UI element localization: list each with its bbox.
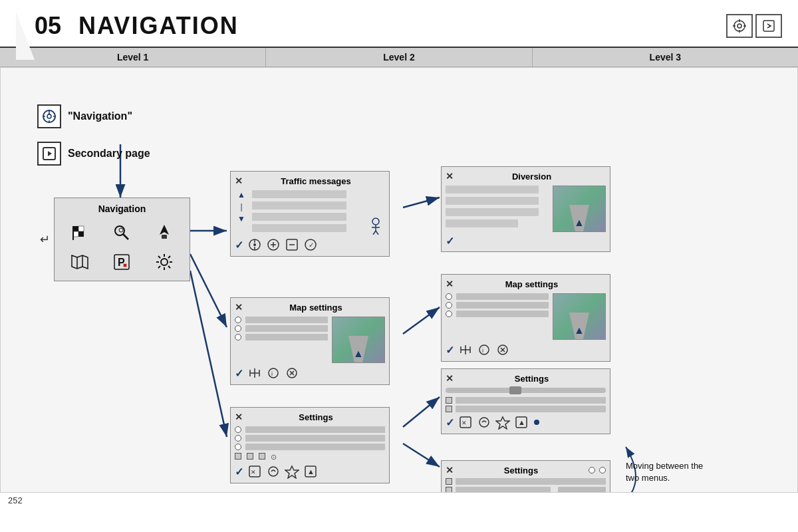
settings-l3b-checks	[446, 478, 606, 493]
settings-l3a-tool1: ✕	[458, 415, 473, 430]
svg-marker-27	[72, 255, 88, 269]
svg-point-34	[161, 259, 168, 265]
map-settings-l2-tool3	[285, 366, 299, 380]
svg-line-42	[158, 266, 160, 268]
settings-gear-icon	[150, 249, 179, 275]
map-settings-l2-content: ▲	[235, 317, 385, 363]
settings-l3a-dialog: ✕ Settings ✓ ✕ ▲	[441, 368, 610, 434]
settings-l3a-title-bar: ✕ Settings	[446, 373, 606, 384]
settings-l2-check: ✓	[235, 466, 243, 478]
chapter-number: 05	[35, 12, 61, 40]
diversion-close[interactable]: ✕	[446, 171, 454, 182]
settings-l3b-title-bar: ✕ Settings	[446, 465, 606, 475]
page-header: 05 NAVIGATION	[0, 0, 798, 48]
column-headers: Level 1 Level 2 Level 3	[0, 48, 798, 67]
nav-label: "Navigation"	[68, 110, 132, 122]
page-title: NAVIGATION	[78, 12, 239, 40]
flag-icon	[65, 219, 94, 246]
map-settings-l3-tool2: i	[477, 342, 491, 357]
nav-item: "Navigation"	[37, 104, 150, 128]
svg-text:✕: ✕	[251, 469, 256, 475]
svg-rect-26	[162, 235, 167, 239]
secondary-page-icon	[755, 14, 782, 38]
svg-point-85	[479, 418, 489, 427]
svg-point-63	[269, 368, 278, 378]
nav-compass-icon	[37, 104, 61, 128]
map-settings-l3-image: ▲	[553, 293, 606, 340]
svg-point-0	[734, 21, 745, 31]
svg-rect-17	[73, 226, 78, 231]
settings-l2-toolbar: ✓ ✕ ▲	[235, 464, 385, 479]
moving-note: Moving between the two menus.	[626, 460, 703, 484]
traffic-title-bar: ✕ Traffic messages	[235, 176, 385, 186]
svg-point-24	[119, 228, 123, 232]
svg-rect-20	[78, 231, 84, 237]
nav-menu-title: Navigation	[60, 203, 184, 214]
col-level3: Level 3	[533, 48, 798, 66]
settings-l3a-tool3	[495, 415, 510, 430]
svg-marker-86	[496, 417, 509, 429]
settings-l2-dialog: ✕ Settings ⊙ ✓ ✕ ▲	[230, 407, 390, 483]
map-settings-l2-dialog: ✕ Map settings ▲ ✓ i	[230, 297, 390, 385]
svg-text:i: i	[271, 370, 273, 377]
settings-l2-close[interactable]: ✕	[235, 412, 243, 422]
settings-l3b-radio-pair	[589, 467, 606, 473]
map-settings-l3-dialog: ✕ Map settings ▲ ✓ i	[441, 274, 610, 362]
svg-point-49	[253, 243, 256, 246]
svg-line-40	[168, 266, 170, 268]
traffic-tool3	[285, 237, 299, 252]
svg-text:i: i	[482, 347, 483, 354]
diversion-title: Diversion	[458, 172, 606, 182]
svg-text:▲: ▲	[518, 418, 525, 426]
settings-l3a-toolbar: ✓ ✕ ▲	[446, 415, 606, 430]
settings-l2-rows	[235, 426, 385, 450]
traffic-rows	[252, 190, 357, 235]
map-icon	[65, 249, 94, 275]
diversion-dialog: ✕ Diversion ▲ ✓	[441, 166, 610, 252]
svg-point-70	[269, 467, 278, 476]
settings-l2-tool3	[285, 464, 299, 479]
diversion-content: ▲	[446, 186, 606, 232]
svg-rect-18	[78, 226, 84, 231]
settings-l3a-dot	[534, 420, 539, 425]
search-icon	[107, 219, 136, 246]
map-settings-l2-close[interactable]: ✕	[235, 302, 243, 313]
traffic-side-icons: ▲ | ▼	[235, 190, 248, 235]
col-level2: Level 2	[266, 48, 532, 66]
map-settings-l2-tool2: i	[266, 366, 281, 380]
map-settings-l3-close[interactable]: ✕	[446, 279, 454, 289]
settings-l3a-close[interactable]: ✕	[446, 373, 454, 384]
svg-text:▲: ▲	[307, 467, 315, 475]
main-diagram-area: "Navigation" Secondary page ↵ Navigation	[0, 67, 798, 493]
svg-line-46	[373, 231, 376, 235]
settings-l2-title: Settings	[247, 412, 385, 422]
svg-point-1	[737, 24, 741, 28]
traffic-close[interactable]: ✕	[235, 176, 243, 186]
map-settings-l3-title: Map settings	[458, 279, 606, 289]
settings-l2-title-bar: ✕ Settings	[235, 412, 385, 422]
nav-menu-icons: P	[60, 219, 184, 275]
level1-items: "Navigation" Secondary page	[37, 104, 150, 179]
map-settings-l2-toolbar: ✓ i	[235, 366, 385, 380]
parking-icon: P	[107, 249, 136, 275]
diversion-rows	[446, 186, 549, 232]
navigation-menu-box: ↵ Navigation P	[54, 198, 190, 281]
diversion-map-image: ▲	[553, 186, 606, 232]
traffic-content: ▲ | ▼	[235, 190, 385, 235]
nav-icon	[726, 14, 753, 38]
diversion-check: ✓	[446, 235, 454, 247]
traffic-person-icon	[361, 190, 385, 235]
svg-line-41	[168, 256, 170, 258]
traffic-toolbar: ✓ ✓	[235, 237, 385, 252]
map-settings-l3-content: ▲	[446, 293, 606, 340]
svg-line-23	[123, 234, 128, 239]
svg-text:✓: ✓	[309, 241, 314, 249]
svg-rect-19	[73, 231, 78, 237]
header-icons	[726, 14, 782, 38]
settings-l3b-close[interactable]: ✕	[446, 465, 454, 475]
svg-marker-71	[285, 466, 299, 478]
settings-l3a-check: ✓	[446, 416, 454, 429]
map-settings-l2-rows	[235, 317, 328, 363]
settings-l2-checks: ⊙	[235, 453, 385, 462]
settings-l3a-tool4: ▲	[514, 415, 529, 430]
